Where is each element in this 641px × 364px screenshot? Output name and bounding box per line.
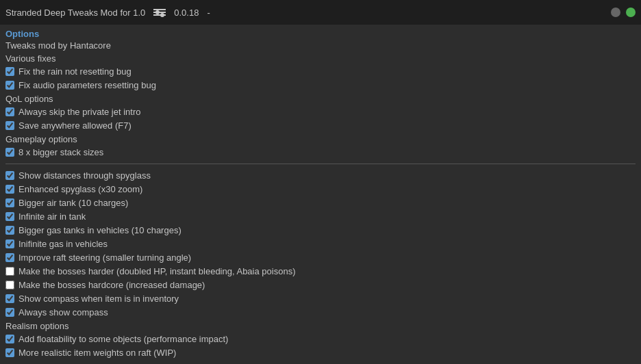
fix-rain-checkbox[interactable]: [5, 67, 14, 76]
realistic-weights-checkbox[interactable]: [5, 348, 14, 357]
realism-options-label: Realism options: [5, 321, 636, 331]
realistic-weights-label: More realistic item weights on raft (WIP…: [18, 348, 176, 358]
spyglass-checkbox[interactable]: [5, 185, 14, 194]
floatability-label: Add floatability to some objects (perfor…: [18, 334, 228, 344]
distances-label: Show distances through spyglass: [18, 170, 151, 181]
save-anywhere-label: Save anywhere allowed (F7): [18, 120, 131, 131]
checkbox-floatability[interactable]: Add floatability to some objects (perfor…: [5, 333, 636, 345]
settings-icon-line3: [153, 14, 166, 16]
infinite-gas-checkbox[interactable]: [5, 239, 14, 248]
title-bar-right: [611, 8, 636, 17]
floatability-checkbox[interactable]: [5, 335, 14, 343]
settings-icon-line2: [153, 12, 166, 13]
skip-jet-checkbox[interactable]: [5, 107, 14, 116]
bigger-gas-label: Bigger gas tanks in vehicles (10 charges…: [18, 225, 181, 235]
compass-item-checkbox[interactable]: [5, 294, 14, 303]
infinite-air-label: Infinite air in tank: [18, 211, 86, 222]
checkbox-bosses-hardcore[interactable]: Make the bosses hardcore (increased dama…: [5, 279, 636, 291]
checkbox-bosses-harder[interactable]: Make the bosses harder (doubled HP, inst…: [5, 265, 636, 277]
spyglass-label: Enhanced spyglass (x30 zoom): [18, 184, 142, 194]
qol-options-label: QoL options: [5, 94, 636, 104]
checkbox-save-anywhere[interactable]: Save anywhere allowed (F7): [5, 120, 636, 131]
title-bar-left: Stranded Deep Tweaks Mod for 1.0 0.0.18 …: [5, 8, 210, 18]
raft-steering-label: Improve raft steering (smaller turning a…: [18, 252, 191, 263]
app-title: Stranded Deep Tweaks Mod for 1.0: [5, 8, 145, 18]
infinite-air-checkbox[interactable]: [5, 212, 14, 221]
version-text: 0.0.18: [174, 8, 199, 18]
bosses-hardcore-checkbox[interactable]: [5, 281, 14, 289]
stack-sizes-label: 8 x bigger stack sizes: [18, 147, 103, 157]
raft-steering-checkbox[interactable]: [5, 253, 14, 262]
bosses-hardcore-label: Make the bosses hardcore (increased dama…: [18, 280, 205, 290]
checkbox-bigger-gas[interactable]: Bigger gas tanks in vehicles (10 charges…: [5, 224, 636, 236]
main-content: Options Tweaks mod by Hantacore Various …: [0, 25, 641, 364]
checkbox-skip-jet[interactable]: Always skip the private jet intro: [5, 106, 636, 118]
compass-always-label: Always show compass: [18, 307, 108, 317]
checkbox-infinite-air[interactable]: Infinite air in tank: [5, 211, 636, 222]
checkbox-bigger-air[interactable]: Bigger air tank (10 charges): [5, 197, 636, 209]
options-header: Options: [5, 29, 636, 39]
compass-item-label: Show compass when item is in inventory: [18, 294, 179, 304]
fix-audio-checkbox[interactable]: [5, 81, 14, 90]
infinite-gas-label: Inifinite gas in vehicles: [18, 239, 108, 249]
fix-rain-label: Fix the rain not resetting bug: [18, 66, 131, 77]
checkbox-fix-rain[interactable]: Fix the rain not resetting bug: [5, 66, 636, 77]
title-bar: Stranded Deep Tweaks Mod for 1.0 0.0.18 …: [0, 0, 641, 25]
checkbox-spyglass[interactable]: Enhanced spyglass (x30 zoom): [5, 183, 636, 195]
stack-sizes-checkbox[interactable]: [5, 148, 14, 157]
checkbox-realistic-weights[interactable]: More realistic item weights on raft (WIP…: [5, 347, 636, 359]
indicator-green: [626, 8, 636, 17]
various-fixes-label: Various fixes: [5, 53, 636, 64]
checkbox-fix-audio[interactable]: Fix audio parameters resetting bug: [5, 79, 636, 91]
bigger-gas-checkbox[interactable]: [5, 226, 14, 235]
fix-audio-label: Fix audio parameters resetting bug: [18, 80, 156, 90]
gameplay-options-label: Gameplay options: [5, 134, 636, 144]
checkbox-compass-item[interactable]: Show compass when item is in inventory: [5, 293, 636, 304]
bosses-harder-label: Make the bosses harder (doubled HP, inst…: [18, 266, 295, 276]
settings-icon[interactable]: [153, 9, 166, 16]
distances-checkbox[interactable]: [5, 171, 14, 180]
checkbox-raft-steering[interactable]: Improve raft steering (smaller turning a…: [5, 252, 636, 263]
checkbox-distances[interactable]: Show distances through spyglass: [5, 170, 636, 181]
indicator-gray: [611, 8, 620, 17]
checkbox-infinite-gas[interactable]: Inifinite gas in vehicles: [5, 238, 636, 250]
skip-jet-label: Always skip the private jet intro: [18, 107, 140, 117]
compass-always-checkbox[interactable]: [5, 308, 14, 317]
bosses-harder-checkbox[interactable]: [5, 267, 14, 276]
separator: -: [207, 8, 210, 18]
divider-line: [5, 164, 636, 164]
settings-icon-line1: [153, 9, 166, 10]
checkbox-stack-sizes[interactable]: 8 x bigger stack sizes: [5, 146, 636, 158]
bigger-air-label: Bigger air tank (10 charges): [18, 198, 128, 208]
save-anywhere-checkbox[interactable]: [5, 121, 14, 130]
bigger-air-checkbox[interactable]: [5, 198, 14, 207]
subtitle: Tweaks mod by Hantacore: [5, 40, 636, 51]
checkbox-compass-always[interactable]: Always show compass: [5, 307, 636, 318]
